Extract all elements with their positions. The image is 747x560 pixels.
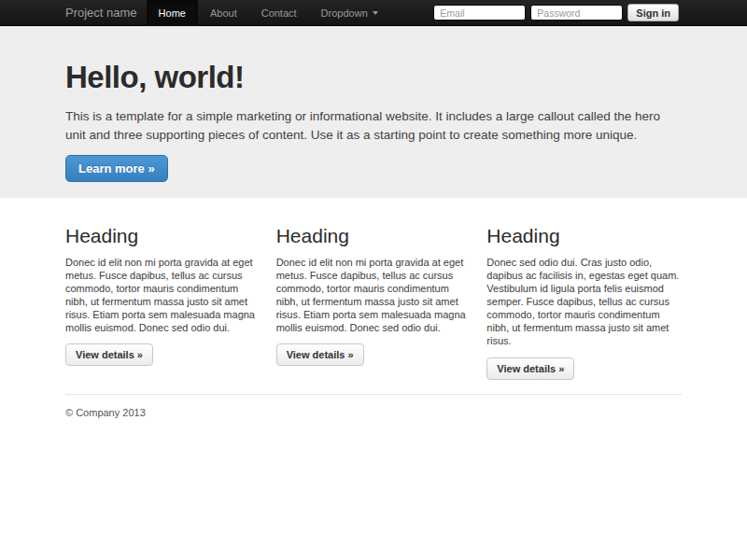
signin-button[interactable]: Sign in [627,4,679,21]
nav-item-contact[interactable]: Contact [249,0,309,26]
hero-text: This is a template for a simple marketin… [65,107,682,144]
copyright-text: © Company 2013 [65,407,682,418]
learn-more-button[interactable]: Learn more » [65,155,168,182]
nav-item-about-label: About [210,0,237,26]
view-details-button-2[interactable]: View details » [276,343,364,366]
brand-link[interactable]: Project name [0,0,147,25]
nav-item-home[interactable]: Home [147,0,198,26]
signin-form: Sign in [433,0,747,25]
nav-item-home-label: Home [159,0,186,26]
email-field[interactable] [433,5,526,21]
content-column-3: Heading Donec sed odio dui. Cras justo o… [486,225,682,380]
nav-item-contact-label: Contact [261,0,297,26]
hero-title: Hello, world! [65,60,682,95]
caret-down-icon [373,11,378,15]
content-columns: Heading Donec id elit non mi porta gravi… [0,198,747,380]
password-field[interactable] [530,5,623,21]
column-heading: Heading [276,225,472,247]
column-text: Donec id elit non mi porta gravida at eg… [65,256,261,334]
column-heading: Heading [65,225,261,247]
nav-item-dropdown[interactable]: Dropdown [309,0,390,26]
column-heading: Heading [486,225,682,247]
column-text: Donec id elit non mi porta gravida at eg… [276,256,472,334]
view-details-button-3[interactable]: View details » [486,357,574,380]
content-column-2: Heading Donec id elit non mi porta gravi… [276,225,472,380]
nav-item-dropdown-label: Dropdown [321,0,368,26]
footer: © Company 2013 [65,394,682,418]
hero-unit: Hello, world! This is a template for a s… [0,26,747,198]
navbar: Project name Home About Contact Dropdown… [0,0,747,26]
nav-menu: Home About Contact Dropdown [147,0,390,25]
content-column-1: Heading Donec id elit non mi porta gravi… [65,225,261,380]
view-details-button-1[interactable]: View details » [65,343,153,366]
nav-item-about[interactable]: About [198,0,249,26]
column-text: Donec sed odio dui. Cras justo odio, dap… [486,256,682,348]
